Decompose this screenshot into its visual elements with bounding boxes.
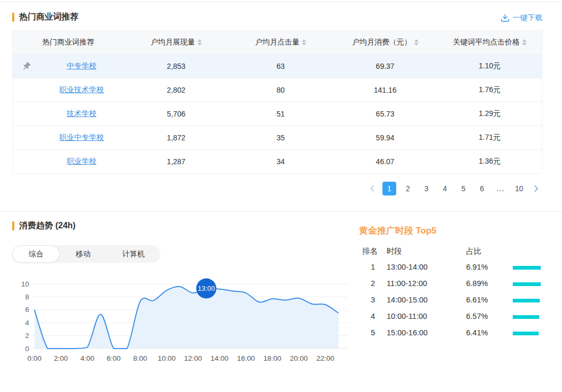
x-tick-label: 0:00 <box>28 354 41 362</box>
table-row: 职业学校1,2873446.071.36元 <box>13 149 542 173</box>
keyword-link[interactable]: 技术学校 <box>67 109 96 118</box>
share-bar-fill <box>513 299 540 302</box>
x-tick-label: 4:00 <box>81 354 94 362</box>
column-header-share: 占比 <box>466 246 513 256</box>
clicks-cell: 80 <box>228 86 333 94</box>
trend-title-row: 消费趋势 (24h) <box>12 220 359 231</box>
column-header-impressions[interactable]: 户均月展现量 <box>124 38 228 47</box>
pin-cell <box>13 61 39 72</box>
page-button[interactable]: 3 <box>420 182 433 195</box>
tab-综合[interactable]: 综合 <box>12 245 60 263</box>
y-tick-label: 8 <box>25 293 29 301</box>
share-bar <box>513 279 546 288</box>
cpc-cell: 1.36元 <box>438 157 542 166</box>
spend-cell: 69.37 <box>333 62 438 70</box>
golden-hours-panel: 黄金推广时段 Top5 排名 时段 占比 113:00-14:006.91%21… <box>359 220 546 370</box>
share-value: 6.61% <box>466 296 513 304</box>
golden-hours-rows: 113:00-14:006.91%211:00-12:006.89%314:00… <box>359 259 546 341</box>
column-header-keyword: 热门商业词推荐 <box>13 38 124 47</box>
column-header-rank: 排名 <box>359 246 387 256</box>
chevron-right-icon[interactable] <box>531 182 542 195</box>
y-tick-label: 6 <box>25 306 29 314</box>
page-button[interactable]: 6 <box>475 182 489 195</box>
page-ellipsis: ... <box>494 182 507 195</box>
clicks-cell: 63 <box>228 62 333 70</box>
consumption-trend-chart: 02468100:002:004:006:008:0010:0012:0014:… <box>12 274 351 368</box>
column-header-cpc[interactable]: 关键词平均点击价格 <box>438 38 542 47</box>
download-all-button[interactable]: 一键下载 <box>501 13 542 23</box>
table-row: 职业技术学校2,80280141.161.76元 <box>13 78 542 102</box>
tab-移动[interactable]: 移动 <box>60 245 106 263</box>
golden-hours-title: 黄金推广时段 Top5 <box>359 225 546 237</box>
column-header-clicks[interactable]: 户均月点击量 <box>228 38 333 47</box>
page-button[interactable]: 5 <box>457 182 470 195</box>
column-header-period: 时段 <box>387 246 466 256</box>
cpc-cell: 1.76元 <box>438 85 542 95</box>
rank-value: 2 <box>359 279 387 288</box>
keyword-link[interactable]: 职业技术学校 <box>59 85 104 94</box>
sort-icon[interactable] <box>522 39 527 46</box>
page-button[interactable]: 2 <box>401 182 415 195</box>
table-row: 技术学校5,7065165.731.29元 <box>13 102 542 126</box>
cpc-cell: 1.29元 <box>438 109 542 119</box>
page-button[interactable]: 4 <box>438 182 452 195</box>
keyword-link[interactable]: 中专学校 <box>67 61 96 70</box>
share-bar-fill <box>513 282 541 286</box>
x-tick-label: 22:00 <box>316 354 334 362</box>
hot-words-table: 热门商业词推荐 户均月展现量 户均月点击量 户均月消费（元） 关键词平均点击价格 <box>12 30 542 174</box>
download-label: 一键下载 <box>513 13 542 23</box>
tab-计算机[interactable]: 计算机 <box>106 245 160 263</box>
column-header-spend[interactable]: 户均月消费（元） <box>333 38 438 47</box>
x-tick-label: 10:00 <box>158 354 176 362</box>
table-row: 职业中专学校1,8723559.941.71元 <box>13 126 542 149</box>
keyword-link[interactable]: 职业中专学校 <box>59 133 104 141</box>
golden-hours-row: 113:00-14:006.91% <box>359 259 546 275</box>
share-bar-fill <box>513 266 541 270</box>
trend-title: 消费趋势 (24h) <box>19 220 76 231</box>
x-tick-label: 16:00 <box>237 354 255 362</box>
chevron-left-icon[interactable] <box>366 182 378 195</box>
sort-icon[interactable] <box>414 39 418 46</box>
page-button[interactable]: 10 <box>512 182 526 195</box>
hot-words-section: 热门商业词推荐 一键下载 热门商业词推荐 户均月展现量 户均月点击量 <box>0 2 562 195</box>
x-tick-label: 2:00 <box>54 354 68 362</box>
golden-hours-row: 515:00-16:006.41% <box>359 324 546 341</box>
share-bar <box>513 328 546 337</box>
y-tick-label: 4 <box>25 319 29 327</box>
x-tick-label: 6:00 <box>107 354 121 362</box>
golden-hours-row: 410:00-11:006.57% <box>359 308 546 324</box>
share-value: 6.91% <box>466 263 513 271</box>
clicks-cell: 35 <box>228 133 333 142</box>
spend-cell: 46.07 <box>333 157 438 166</box>
keyword-cell: 职业中专学校 <box>39 133 124 142</box>
hot-words-table-header: 热门商业词推荐 户均月展现量 户均月点击量 户均月消费（元） 关键词平均点击价格 <box>13 31 542 54</box>
rank-value: 5 <box>359 328 387 337</box>
keyword-cell: 中专学校 <box>39 61 124 71</box>
period-value: 13:00-14:00 <box>387 263 466 271</box>
share-value: 6.57% <box>466 312 513 320</box>
impressions-cell: 5,706 <box>124 110 228 118</box>
period-value: 11:00-12:00 <box>387 279 466 288</box>
pagination: 123456...10 <box>12 182 542 195</box>
trend-area-fill <box>34 287 338 349</box>
tooltip-label: 13:00 <box>198 284 215 292</box>
period-value: 14:00-15:00 <box>387 296 466 304</box>
keyword-link[interactable]: 职业学校 <box>67 157 96 165</box>
page-buttons-holder: 123456...10 <box>382 182 526 195</box>
title-accent-bar <box>12 13 14 22</box>
sort-icon[interactable] <box>302 39 306 46</box>
keyword-cell: 技术学校 <box>39 109 124 119</box>
cpc-cell: 1.71元 <box>438 133 542 142</box>
spend-cell: 141.16 <box>333 86 438 94</box>
rank-value: 4 <box>359 312 387 320</box>
y-tick-label: 0 <box>25 345 29 353</box>
x-tick-label: 8:00 <box>133 354 147 362</box>
sort-icon[interactable] <box>198 39 202 46</box>
share-bar <box>513 263 546 271</box>
cpc-cell: 1.10元 <box>438 61 542 71</box>
rank-value: 3 <box>359 296 387 304</box>
page-button[interactable]: 1 <box>382 182 396 195</box>
impressions-cell: 2,802 <box>124 86 228 94</box>
share-bar <box>513 296 546 304</box>
x-tick-label: 20:00 <box>290 354 308 362</box>
